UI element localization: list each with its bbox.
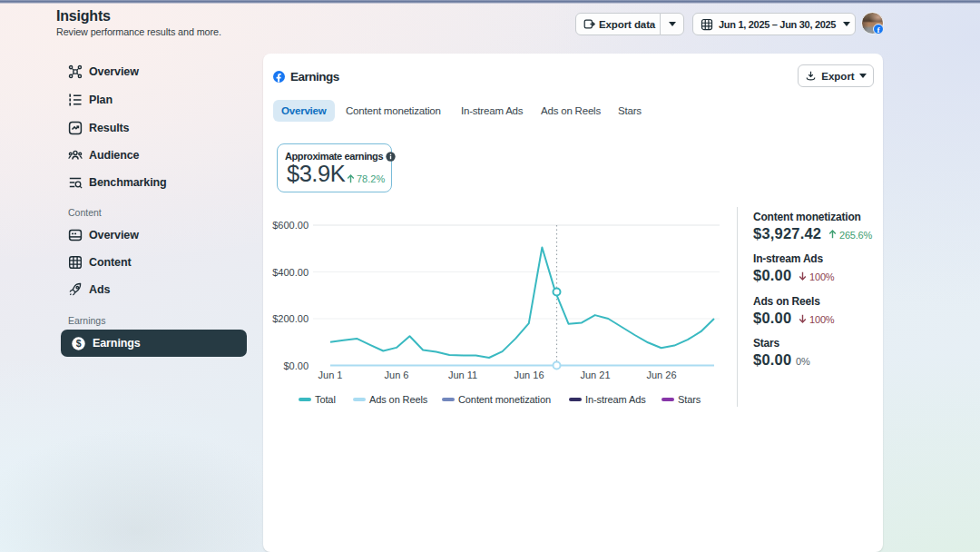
svg-text:Jun 26: Jun 26 <box>646 370 676 380</box>
svg-text:$200.00: $200.00 <box>272 313 309 324</box>
svg-text:$400.00: $400.00 <box>272 267 309 278</box>
svg-text:Jun 16: Jun 16 <box>514 370 544 380</box>
svg-text:$0.00: $0.00 <box>283 360 309 371</box>
svg-text:$600.00: $600.00 <box>272 220 309 231</box>
svg-text:Jun 6: Jun 6 <box>385 370 409 380</box>
svg-text:$: $ <box>76 338 82 349</box>
svg-text:Jun 1: Jun 1 <box>318 370 343 380</box>
svg-text:Jun 21: Jun 21 <box>580 370 610 380</box>
svg-text:Jun 11: Jun 11 <box>448 370 477 380</box>
